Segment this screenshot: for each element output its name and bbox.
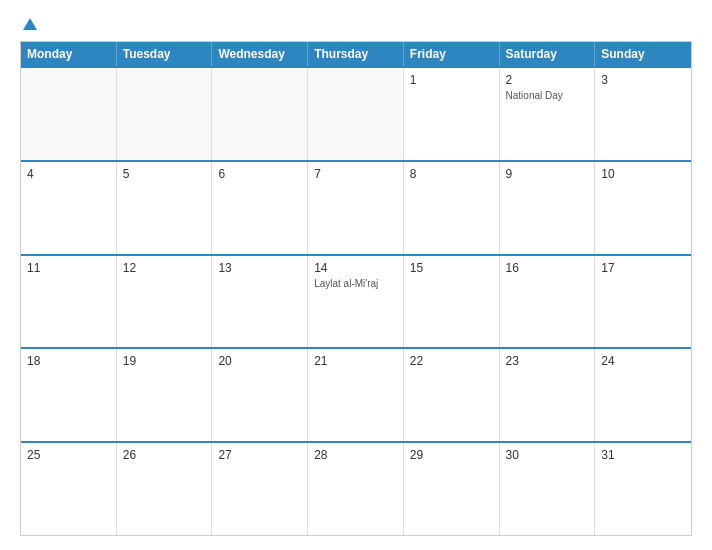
calendar-cell: 2National Day bbox=[500, 68, 596, 160]
calendar-cell: 31 bbox=[595, 443, 691, 535]
calendar-cell: 20 bbox=[212, 349, 308, 441]
weekday-header-saturday: Saturday bbox=[500, 42, 596, 66]
calendar-cell bbox=[21, 68, 117, 160]
calendar-cell bbox=[117, 68, 213, 160]
calendar-page: MondayTuesdayWednesdayThursdayFridaySatu… bbox=[0, 0, 712, 550]
calendar-cell: 10 bbox=[595, 162, 691, 254]
day-number: 18 bbox=[27, 354, 110, 368]
day-number: 15 bbox=[410, 261, 493, 275]
day-number: 28 bbox=[314, 448, 397, 462]
calendar-cell: 1 bbox=[404, 68, 500, 160]
calendar-body: 12National Day34567891011121314Laylat al… bbox=[21, 66, 691, 535]
calendar-cell: 18 bbox=[21, 349, 117, 441]
calendar-row-5: 25262728293031 bbox=[21, 441, 691, 535]
calendar-cell: 30 bbox=[500, 443, 596, 535]
day-number: 11 bbox=[27, 261, 110, 275]
calendar-cell: 16 bbox=[500, 256, 596, 348]
calendar-row-1: 12National Day3 bbox=[21, 66, 691, 160]
day-number: 8 bbox=[410, 167, 493, 181]
logo bbox=[20, 18, 37, 31]
day-number: 22 bbox=[410, 354, 493, 368]
weekday-header-sunday: Sunday bbox=[595, 42, 691, 66]
calendar-cell: 9 bbox=[500, 162, 596, 254]
day-number: 16 bbox=[506, 261, 589, 275]
weekday-header-friday: Friday bbox=[404, 42, 500, 66]
calendar-cell: 15 bbox=[404, 256, 500, 348]
day-number: 13 bbox=[218, 261, 301, 275]
calendar-cell bbox=[308, 68, 404, 160]
calendar-cell: 13 bbox=[212, 256, 308, 348]
day-number: 21 bbox=[314, 354, 397, 368]
calendar-cell: 4 bbox=[21, 162, 117, 254]
calendar-cell: 22 bbox=[404, 349, 500, 441]
calendar-cell: 5 bbox=[117, 162, 213, 254]
header bbox=[20, 18, 692, 31]
calendar-grid: MondayTuesdayWednesdayThursdayFridaySatu… bbox=[20, 41, 692, 536]
calendar-row-4: 18192021222324 bbox=[21, 347, 691, 441]
calendar-cell bbox=[212, 68, 308, 160]
day-number: 2 bbox=[506, 73, 589, 87]
day-number: 6 bbox=[218, 167, 301, 181]
day-number: 31 bbox=[601, 448, 685, 462]
calendar-cell: 26 bbox=[117, 443, 213, 535]
day-number: 29 bbox=[410, 448, 493, 462]
day-number: 27 bbox=[218, 448, 301, 462]
calendar-header: MondayTuesdayWednesdayThursdayFridaySatu… bbox=[21, 42, 691, 66]
calendar-cell: 24 bbox=[595, 349, 691, 441]
calendar-cell: 7 bbox=[308, 162, 404, 254]
weekday-header-wednesday: Wednesday bbox=[212, 42, 308, 66]
day-number: 10 bbox=[601, 167, 685, 181]
day-number: 24 bbox=[601, 354, 685, 368]
weekday-header-thursday: Thursday bbox=[308, 42, 404, 66]
calendar-cell: 6 bbox=[212, 162, 308, 254]
day-number: 12 bbox=[123, 261, 206, 275]
day-number: 17 bbox=[601, 261, 685, 275]
calendar-row-3: 11121314Laylat al-Mi'raj151617 bbox=[21, 254, 691, 348]
weekday-header-tuesday: Tuesday bbox=[117, 42, 213, 66]
calendar-cell: 14Laylat al-Mi'raj bbox=[308, 256, 404, 348]
day-number: 7 bbox=[314, 167, 397, 181]
calendar-cell: 8 bbox=[404, 162, 500, 254]
logo-triangle-icon bbox=[23, 18, 37, 30]
calendar-cell: 3 bbox=[595, 68, 691, 160]
calendar-cell: 25 bbox=[21, 443, 117, 535]
holiday-label: National Day bbox=[506, 89, 589, 102]
calendar-cell: 11 bbox=[21, 256, 117, 348]
day-number: 14 bbox=[314, 261, 397, 275]
calendar-cell: 29 bbox=[404, 443, 500, 535]
weekday-header-monday: Monday bbox=[21, 42, 117, 66]
day-number: 26 bbox=[123, 448, 206, 462]
holiday-label: Laylat al-Mi'raj bbox=[314, 277, 397, 290]
calendar-cell: 28 bbox=[308, 443, 404, 535]
day-number: 20 bbox=[218, 354, 301, 368]
day-number: 5 bbox=[123, 167, 206, 181]
day-number: 30 bbox=[506, 448, 589, 462]
day-number: 9 bbox=[506, 167, 589, 181]
calendar-row-2: 45678910 bbox=[21, 160, 691, 254]
calendar-cell: 19 bbox=[117, 349, 213, 441]
day-number: 25 bbox=[27, 448, 110, 462]
day-number: 19 bbox=[123, 354, 206, 368]
calendar-cell: 27 bbox=[212, 443, 308, 535]
day-number: 3 bbox=[601, 73, 685, 87]
calendar-cell: 12 bbox=[117, 256, 213, 348]
calendar-cell: 21 bbox=[308, 349, 404, 441]
calendar-cell: 17 bbox=[595, 256, 691, 348]
day-number: 23 bbox=[506, 354, 589, 368]
calendar-cell: 23 bbox=[500, 349, 596, 441]
day-number: 4 bbox=[27, 167, 110, 181]
day-number: 1 bbox=[410, 73, 493, 87]
